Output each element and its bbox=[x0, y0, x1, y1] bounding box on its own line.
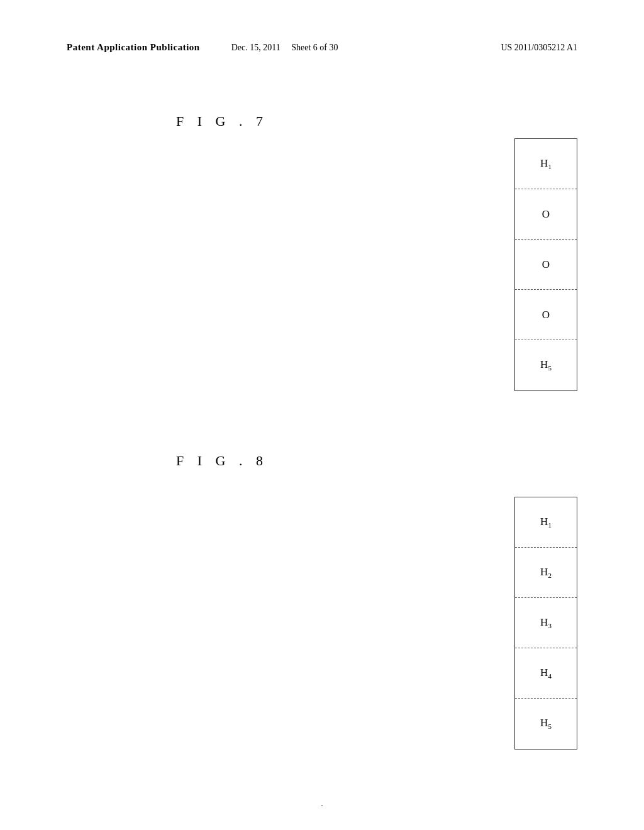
fig7-label-o2: O bbox=[542, 258, 550, 271]
fig8-label-h3: H3 bbox=[540, 616, 552, 629]
fig8-cell-h4: H4 bbox=[515, 648, 577, 699]
fig8-diagram: H1 H2 H3 H4 H5 bbox=[514, 497, 577, 750]
header-date: Dec. 15, 2011 Sheet 6 of 30 bbox=[231, 43, 338, 53]
fig7-cell-h5: H5 bbox=[515, 340, 577, 390]
fig7-diagram: H1 O O O H5 bbox=[514, 138, 577, 391]
fig7-label-h5: H5 bbox=[540, 358, 552, 372]
fig7-label-o1: O bbox=[542, 208, 550, 221]
fig7-label-o3: O bbox=[542, 309, 550, 321]
fig7-title: F I G . 7 bbox=[176, 113, 268, 130]
fig8-label-h4: H4 bbox=[540, 667, 552, 680]
fig8-label-h5: H5 bbox=[540, 717, 552, 730]
page-header: Patent Application Publication Dec. 15, … bbox=[0, 42, 644, 53]
fig8-cell-h2: H2 bbox=[515, 548, 577, 598]
fig8-cell-h1: H1 bbox=[515, 497, 577, 548]
patent-label: Patent Application Publication bbox=[67, 42, 200, 53]
fig8-cell-h3: H3 bbox=[515, 598, 577, 648]
fig7-cell-o3: O bbox=[515, 290, 577, 340]
fig7-cell-o1: O bbox=[515, 189, 577, 240]
page: Patent Application Publication Dec. 15, … bbox=[0, 0, 644, 830]
page-dot: · bbox=[321, 801, 323, 811]
fig7-label-h1: H1 bbox=[540, 157, 552, 170]
fig8-label-h2: H2 bbox=[540, 566, 552, 579]
fig8-title: F I G . 8 bbox=[176, 453, 268, 469]
fig8-label-h1: H1 bbox=[540, 516, 552, 529]
fig8-cell-h5: H5 bbox=[515, 699, 577, 749]
patent-number: US 2011/0305212 A1 bbox=[501, 43, 577, 53]
fig7-cell-h1: H1 bbox=[515, 139, 577, 189]
fig7-cell-o2: O bbox=[515, 240, 577, 290]
